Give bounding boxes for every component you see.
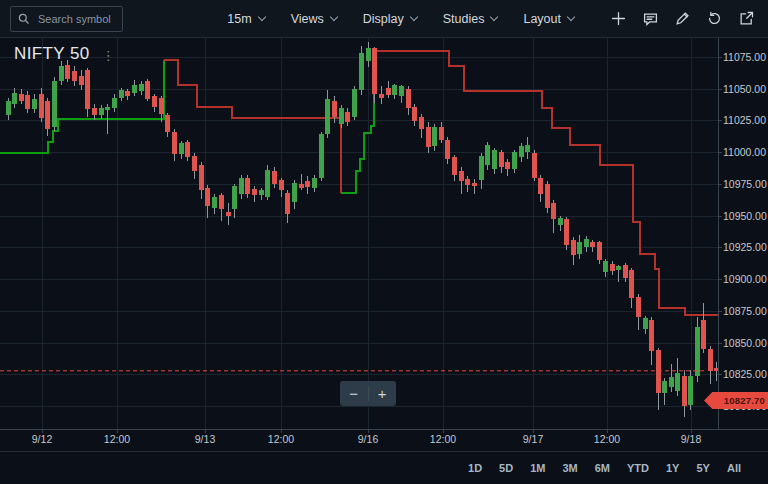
toolbar-icons	[594, 11, 754, 26]
zoom-in-button[interactable]: +	[369, 381, 397, 406]
range-1d[interactable]: 1D	[468, 462, 482, 474]
chevron-down-icon	[410, 13, 418, 21]
overflow-menu-icon[interactable]: ⋮	[102, 48, 115, 63]
menu-views[interactable]: Views	[291, 12, 337, 26]
range-ytd[interactable]: YTD	[627, 462, 649, 474]
menu-label: 15m	[227, 12, 251, 26]
y-axis-label: 10900.00	[723, 273, 767, 285]
symbol-name: NIFTY 50	[14, 44, 90, 64]
toolbar: 15mViewsDisplayStudiesLayout	[0, 0, 768, 38]
y-axis-label: 10925.00	[723, 241, 767, 253]
range-selector: 1D5D1M3M6MYTD1Y5YAll	[0, 451, 768, 484]
zoom-out-button[interactable]: −	[340, 381, 368, 406]
search-icon	[18, 13, 30, 25]
menu-studies[interactable]: Studies	[443, 12, 498, 26]
y-axis-label: 10875.00	[723, 305, 767, 317]
menu-label: Views	[291, 12, 324, 26]
draw-icon[interactable]	[675, 11, 690, 26]
x-axis-label: 9/17	[505, 433, 561, 445]
comment-icon[interactable]	[643, 11, 658, 26]
x-axis-label: 9/12	[14, 433, 70, 445]
range-all[interactable]: All	[727, 462, 741, 474]
supertrend-overlay	[0, 51, 718, 315]
x-axis-label: 12:00	[579, 433, 635, 445]
menu-label: Display	[363, 12, 404, 26]
chart-panel: NIFTY 50 ⋮ 11075.0011050.0011025.0011000…	[0, 38, 768, 451]
x-axis-label: 9/18	[663, 433, 719, 445]
plus-icon[interactable]	[611, 11, 626, 26]
menu-label: Studies	[443, 12, 485, 26]
menu-15m[interactable]: 15m	[227, 12, 264, 26]
toolbar-menus: 15mViewsDisplayStudiesLayout	[201, 12, 574, 26]
chevron-down-icon	[490, 13, 498, 21]
last-price-tag: 10827.70	[704, 392, 768, 409]
candlestick-series	[6, 42, 719, 418]
charting-app: 15mViewsDisplayStudiesLayout NIFTY 50 ⋮ …	[0, 0, 768, 484]
symbol-title: NIFTY 50 ⋮	[14, 44, 115, 64]
y-axis-label: 11050.00	[723, 83, 766, 95]
menu-layout[interactable]: Layout	[523, 12, 574, 26]
range-5d[interactable]: 5D	[499, 462, 513, 474]
y-axis-label: 10850.00	[723, 337, 767, 349]
range-1y[interactable]: 1Y	[666, 462, 679, 474]
y-axis-label: 10975.00	[723, 178, 767, 190]
range-6m[interactable]: 6M	[595, 462, 610, 474]
export-icon[interactable]	[739, 11, 754, 26]
x-axis-label: 12:00	[89, 433, 145, 445]
y-axis-label: 10950.00	[723, 210, 767, 222]
chevron-down-icon	[257, 13, 265, 21]
chevron-down-icon	[330, 13, 338, 21]
range-1m[interactable]: 1M	[530, 462, 545, 474]
y-axis-label: 10825.00	[723, 368, 767, 380]
symbol-search[interactable]	[10, 6, 123, 32]
search-input[interactable]	[36, 12, 115, 26]
chevron-down-icon	[567, 13, 575, 21]
range-5y[interactable]: 5Y	[696, 462, 709, 474]
x-axis-label: 9/16	[340, 433, 396, 445]
y-axis-label: 11075.00	[723, 51, 766, 63]
range-3m[interactable]: 3M	[562, 462, 577, 474]
x-axis-label: 12:00	[253, 433, 309, 445]
menu-display[interactable]: Display	[363, 12, 417, 26]
zoom-controls: − +	[340, 381, 396, 406]
y-axis-label: 11000.00	[723, 146, 766, 158]
y-axis-label: 11025.00	[723, 114, 766, 126]
undo-icon[interactable]	[707, 11, 722, 26]
menu-label: Layout	[523, 12, 561, 26]
x-axis-label: 9/13	[177, 433, 233, 445]
x-axis-label: 12:00	[415, 433, 471, 445]
